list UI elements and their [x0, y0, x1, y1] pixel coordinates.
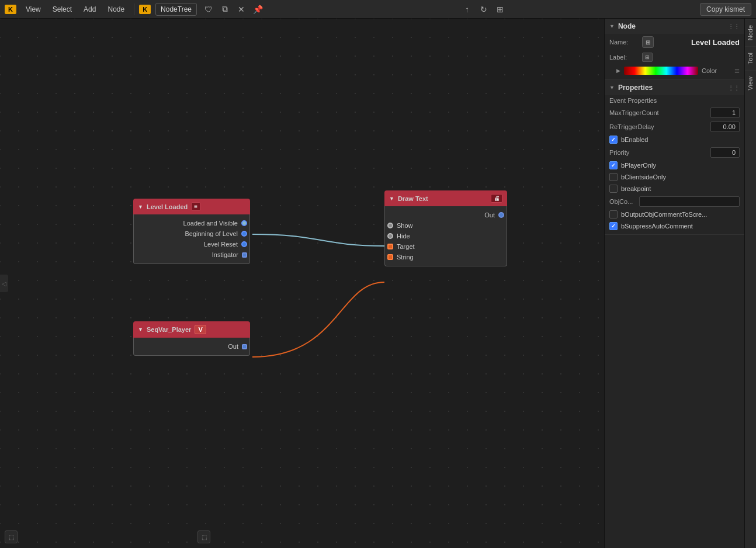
bplayeronly-row[interactable]: ✓ bPlayerOnly — [605, 159, 744, 171]
level-loaded-header[interactable]: ▼ Level Loaded ≡ — [133, 199, 250, 214]
properties-section-dots[interactable]: ⋮⋮ — [728, 85, 740, 91]
objco-input[interactable] — [639, 196, 740, 207]
properties-section-toggle[interactable]: ▼ — [609, 85, 615, 91]
draw-text-collapse-arrow[interactable]: ▼ — [389, 196, 394, 202]
pin-label-instigator: Instigator — [212, 251, 238, 258]
color-toggle-arrow[interactable]: ▶ — [616, 68, 620, 74]
nodetree-label: NodeTree — [155, 3, 197, 16]
color-label: Color — [702, 67, 731, 74]
name-row: Name: ⊞ Level Loaded — [605, 34, 744, 50]
pin-loaded-visible[interactable]: Loaded and Visible — [134, 218, 249, 228]
benabled-check-mark: ✓ — [611, 137, 616, 143]
pin-out-row[interactable]: Out — [385, 210, 507, 220]
node-level-loaded: ▼ Level Loaded ≡ Loaded and Visible Begi… — [133, 199, 250, 264]
bclientside-label: bClientsideOnly — [621, 174, 666, 181]
breakpoint-row[interactable]: breakpoint — [605, 183, 744, 195]
retrigger-delay-input[interactable]: 0.00 — [710, 122, 740, 132]
pin-level-reset[interactable]: Level Reset — [134, 239, 249, 249]
pin-string[interactable]: String — [385, 252, 507, 262]
pin-beginning-level[interactable]: Beginning of Level — [134, 228, 249, 239]
node-draw-text: ▼ Draw Text 🖨 Out Show Hide — [384, 190, 507, 266]
pin-dot-beginning-level[interactable] — [241, 231, 247, 237]
max-trigger-count-input[interactable]: 1 — [710, 107, 740, 118]
pin-hide[interactable]: Hide — [385, 231, 507, 241]
bclientside-checkbox[interactable] — [609, 173, 618, 181]
draw-text-header[interactable]: ▼ Draw Text 🖨 — [384, 190, 507, 206]
pin-instigator[interactable]: Instigator — [134, 249, 249, 260]
level-loaded-title: Level Loaded — [147, 203, 188, 210]
node-section-header[interactable]: ▼ Node ⋮⋮ — [605, 19, 744, 34]
properties-section-header[interactable]: ▼ Properties ⋮⋮ — [605, 80, 744, 95]
refresh-icon[interactable]: ↻ — [477, 2, 491, 16]
boutput-row[interactable]: bOutputObjCommentToScre... — [605, 209, 744, 220]
color-row[interactable]: ▶ Color ☰ — [605, 64, 744, 77]
tab-node[interactable]: Node — [745, 19, 756, 46]
pin-dot-target[interactable] — [387, 244, 393, 249]
color-list-icon[interactable]: ☰ — [734, 68, 740, 74]
k-button[interactable]: K — [139, 5, 151, 14]
pin-dot-show[interactable] — [387, 223, 393, 228]
draw-text-icon: 🖨 — [491, 194, 502, 203]
bplayeronly-check-mark: ✓ — [611, 162, 616, 168]
grid-icon[interactable]: ⊞ — [493, 2, 507, 16]
up-arrow-icon[interactable]: ↑ — [460, 2, 474, 16]
bottom-icon-right[interactable]: ⬚ — [197, 530, 210, 543]
color-swatch — [624, 67, 698, 75]
draw-text-body: Out Show Hide Target — [384, 206, 507, 266]
breakpoint-checkbox[interactable] — [609, 185, 618, 193]
copy-icon[interactable]: ⧉ — [218, 2, 232, 16]
seqvar-player-header[interactable]: ▼ SeqVar_Player V — [133, 321, 250, 338]
seqvar-collapse-arrow[interactable]: ▼ — [138, 327, 143, 332]
menu-select[interactable]: Select — [48, 3, 77, 16]
menu-node[interactable]: Node — [103, 3, 129, 16]
seqvar-title: SeqVar_Player — [147, 326, 191, 333]
bsuppress-checkbox[interactable]: ✓ — [609, 222, 618, 230]
divider — [134, 4, 134, 15]
tab-view[interactable]: View — [745, 70, 756, 96]
collapse-arrow[interactable]: ▼ — [138, 204, 143, 210]
pin-dot-hide[interactable] — [387, 233, 393, 239]
bplayeronly-checkbox[interactable]: ✓ — [609, 161, 618, 169]
bclientside-row[interactable]: bClientsideOnly — [605, 171, 744, 183]
pin-dot-seqvar-out[interactable] — [242, 344, 247, 349]
node-section-dots[interactable]: ⋮⋮ — [728, 23, 740, 30]
properties-section: ▼ Properties ⋮⋮ Event Properties MaxTrig… — [605, 80, 744, 235]
pin-dot-string[interactable] — [387, 254, 393, 260]
pin-label-seqvar-out: Out — [228, 343, 238, 350]
boutput-checkbox[interactable] — [609, 210, 618, 218]
pin-label-show: Show — [397, 222, 413, 229]
benabled-checkbox[interactable]: ✓ — [609, 136, 618, 144]
pin-dot-instigator[interactable] — [242, 252, 247, 258]
pin-icon[interactable]: 📌 — [251, 2, 265, 16]
bsuppress-check-mark: ✓ — [611, 223, 616, 229]
tab-tool[interactable]: Tool — [745, 46, 756, 70]
v-badge: V — [195, 325, 206, 334]
pin-dot-level-reset[interactable] — [241, 241, 247, 247]
pin-target[interactable]: Target — [385, 241, 507, 252]
left-panel-indicator[interactable]: ◁ — [0, 275, 8, 292]
shield-icon[interactable]: 🛡 — [202, 2, 216, 16]
menu-add[interactable]: Add — [79, 3, 100, 16]
bottom-indicators: ⬚ ⬚ — [5, 530, 210, 543]
node-section-toggle[interactable]: ▼ — [609, 23, 615, 29]
pin-dot-out[interactable] — [498, 212, 504, 218]
pin-show[interactable]: Show — [385, 220, 507, 231]
close-icon[interactable]: ✕ — [234, 2, 248, 16]
right-panel: ▼ Node ⋮⋮ Name: ⊞ Level Loaded Label: ⊞ … — [604, 19, 744, 548]
label-icon-box[interactable]: ⊞ — [642, 53, 653, 62]
benabled-row[interactable]: ✓ bEnabled — [605, 134, 744, 145]
top-bar: K View Select Add Node K NodeTree 🛡 ⧉ ✕ … — [0, 0, 756, 19]
max-trigger-count-label: MaxTriggerCount — [609, 109, 707, 116]
bsuppress-row[interactable]: ✓ bSuppressAutoComment — [605, 220, 744, 232]
pin-dot-loaded-visible[interactable] — [241, 220, 247, 226]
priority-input[interactable]: 0 — [710, 147, 740, 158]
bottom-icon-left[interactable]: ⬚ — [5, 530, 18, 543]
draw-text-title: Draw Text — [398, 195, 428, 202]
copy-kismet-button[interactable]: Copy kismet — [700, 3, 751, 16]
menu-view[interactable]: View — [21, 3, 46, 16]
pin-seqvar-out-row[interactable]: Out — [134, 341, 249, 352]
node-canvas[interactable]: ◁ ▼ Level Loaded ≡ Loaded and Visible — [0, 19, 604, 548]
app-logo[interactable]: K — [5, 5, 16, 14]
name-icon[interactable]: ⊞ — [642, 36, 654, 48]
retrigger-delay-label: ReTriggerDelay — [609, 123, 707, 130]
